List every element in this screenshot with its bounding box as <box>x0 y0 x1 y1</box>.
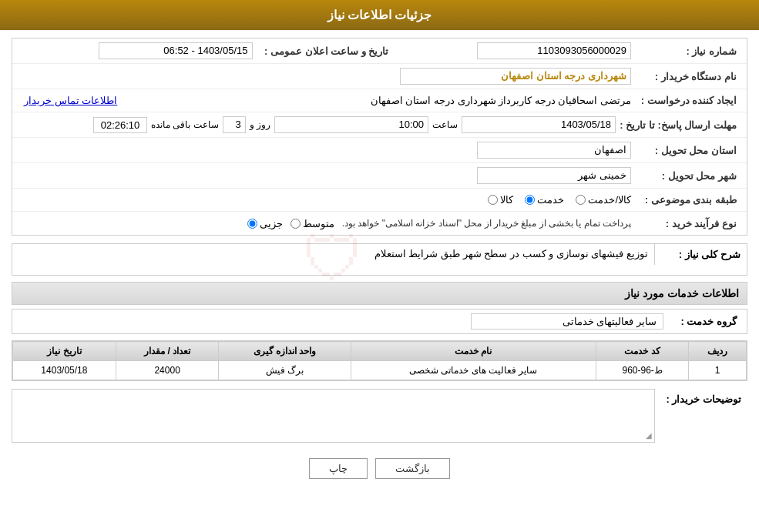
deadline-label: مهلت ارسال پاسخ: تا تاریخ : <box>620 119 743 131</box>
requester-value-cell: مرتضی اسحاقیان درجه کاربرداز شهرداری درج… <box>125 93 635 108</box>
col-header-date: تاریخ نیاز <box>13 342 116 361</box>
deadline-date-value: 1403/05/18 <box>462 116 616 133</box>
buyer-notes-box: ◢ <box>12 389 655 443</box>
col-header-code: کد خدمت <box>596 342 688 361</box>
services-table-container: ردیف کد خدمت نام خدمت واحد اندازه گیری ت… <box>12 340 747 381</box>
requester-row: ایجاد کننده درخواست : مرتضی اسحاقیان درج… <box>12 89 747 112</box>
page-wrapper: جزئیات اطلاعات نیاز شماره نیاز : 1103093… <box>0 0 759 532</box>
radio-kala-input[interactable] <box>488 195 498 205</box>
radio-kala-khadamat-label: کالا/خدمت <box>588 194 631 206</box>
notice-number-row: شماره نیاز : 1103093056000029 تاریخ و سا… <box>12 38 747 64</box>
city-label: شهر محل تحویل : <box>635 170 743 182</box>
org-name-value: شهرداری درجه استان اصفهان <box>400 68 631 85</box>
deadline-remaining: 02:26:10 <box>93 117 147 133</box>
radio-jozi: جزیی <box>247 218 283 229</box>
main-info-section: شماره نیاز : 1103093056000029 تاریخ و سا… <box>12 38 747 236</box>
table-row: 1ط-96-960سایر فعالیت های خدماتی شخصیبرگ … <box>13 361 747 380</box>
radio-kala-label: کالا <box>500 194 513 206</box>
radio-khadamat-input[interactable] <box>525 195 535 205</box>
radio-kala-khadamat-input[interactable] <box>576 195 586 205</box>
category-value-cell: کالا/خدمت خدمت کالا <box>16 192 635 207</box>
city-value-cell: خمینی شهر <box>16 166 635 186</box>
deadline-inline: 1403/05/18 ساعت 10:00 روز و 3 ساعت باقی … <box>20 116 616 133</box>
radio-motawaset-input[interactable] <box>291 219 301 229</box>
need-desc-section: شرح کلی نیاز : 🛡 توزیع فیشهای نوسازی و ک… <box>12 243 747 276</box>
buyer-notes-section: توضیحات خریدار : ◢ <box>12 389 747 443</box>
need-desc-value: توزیع فیشهای نوسازی و کسب در سطح شهر طبق… <box>374 248 648 259</box>
print-button[interactable]: چاپ <box>309 458 368 479</box>
col-header-qty: تعداد / مقدار <box>116 342 219 361</box>
radio-kala-khadamat: کالا/خدمت <box>576 194 631 206</box>
col-header-name: نام خدمت <box>351 342 596 361</box>
table-cell-unit: برگ فیش <box>219 361 351 380</box>
category-radio-group: کالا/خدمت خدمت کالا <box>20 194 631 206</box>
deadline-value-cell: 1403/05/18 ساعت 10:00 روز و 3 ساعت باقی … <box>16 115 620 135</box>
requester-label: ایجاد کننده درخواست : <box>635 95 743 106</box>
table-header-row: ردیف کد خدمت نام خدمت واحد اندازه گیری ت… <box>13 342 747 361</box>
page-header: جزئیات اطلاعات نیاز <box>0 0 759 30</box>
table-cell-date: 1403/05/18 <box>13 361 116 380</box>
deadline-row: مهلت ارسال پاسخ: تا تاریخ : 1403/05/18 س… <box>12 112 747 138</box>
back-button[interactable]: بازگشت <box>375 458 450 479</box>
province-label: استان محل تحویل : <box>635 145 743 156</box>
services-table: ردیف کد خدمت نام خدمت واحد اندازه گیری ت… <box>12 341 747 380</box>
service-group-label: گروه خدمت : <box>663 316 741 327</box>
service-group-row: گروه خدمت : سایر فعالیتهای خدماتی <box>12 309 747 334</box>
resize-handle: ◢ <box>646 431 652 440</box>
process-note: پرداخت تمام یا بخشی از مبلغ خریدار از مح… <box>342 218 631 229</box>
org-name-label: نام دستگاه خریدار : <box>635 71 743 82</box>
radio-motawaset: متوسط <box>291 218 334 229</box>
contact-link[interactable]: اطلاعات تماس خریدار <box>16 95 125 106</box>
table-cell-code: ط-96-960 <box>596 361 688 380</box>
deadline-day-label: روز و <box>250 119 270 130</box>
radio-jozi-label: جزیی <box>260 218 283 229</box>
province-row: استان محل تحویل : اصفهان <box>12 138 747 163</box>
notice-number-value: 1103093056000029 <box>477 42 631 59</box>
deadline-time-label: ساعت <box>432 119 458 130</box>
content-area: شماره نیاز : 1103093056000029 تاریخ و سا… <box>0 30 759 498</box>
requester-value: مرتضی اسحاقیان درجه کاربرداز شهرداری درج… <box>371 95 631 106</box>
table-cell-name: سایر فعالیت های خدماتی شخصی <box>351 361 596 380</box>
process-label: نوع فرآیند خرید : <box>635 218 743 229</box>
radio-khadamat-label: خدمت <box>537 194 564 206</box>
buyer-notes-label: توضیحات خریدار : <box>655 389 747 410</box>
radio-kala: کالا <box>488 194 513 206</box>
table-body: 1ط-96-960سایر فعالیت های خدماتی شخصیبرگ … <box>13 361 747 380</box>
province-value: اصفهان <box>477 142 631 159</box>
category-row: طبقه بندی موضوعی : کالا/خدمت خدمت کالا <box>12 189 747 212</box>
radio-motawaset-label: متوسط <box>303 218 334 229</box>
table-cell-row: 1 <box>689 361 747 380</box>
table-head: ردیف کد خدمت نام خدمت واحد اندازه گیری ت… <box>13 342 747 361</box>
buttons-row: بازگشت چاپ <box>12 450 747 490</box>
radio-jozi-input[interactable] <box>247 219 257 229</box>
category-label: طبقه بندی موضوعی : <box>635 194 743 206</box>
city-row: شهر محل تحویل : خمینی شهر <box>12 163 747 189</box>
radio-khadamat: خدمت <box>525 194 564 206</box>
col-header-row: ردیف <box>689 342 747 361</box>
col-header-unit: واحد اندازه گیری <box>219 342 351 361</box>
process-row: نوع فرآیند خرید : پرداخت تمام یا بخشی از… <box>12 212 747 235</box>
need-desc-value-cell: 🛡 توزیع فیشهای نوسازی و کسب در سطح شهر ط… <box>12 244 654 275</box>
page-title: جزئیات اطلاعات نیاز <box>327 8 432 22</box>
service-group-value: سایر فعالیتهای خدماتی <box>471 313 663 330</box>
notice-number-label: شماره نیاز : <box>635 45 743 57</box>
process-value-cell: پرداخت تمام یا بخشی از مبلغ خریدار از مح… <box>16 216 635 231</box>
announce-value: 1403/05/15 - 06:52 <box>99 42 253 59</box>
city-value: خمینی شهر <box>477 167 631 184</box>
org-name-row: نام دستگاه خریدار : شهرداری درجه استان ا… <box>12 64 747 89</box>
table-cell-quantity: 24000 <box>116 361 219 380</box>
deadline-time-value: 10:00 <box>274 116 428 133</box>
services-title: اطلاعات خدمات مورد نیاز <box>12 282 747 305</box>
announce-label: تاریخ و ساعت اعلان عمومی : <box>257 45 395 57</box>
org-name-value-cell: شهرداری درجه استان اصفهان <box>16 66 635 86</box>
deadline-remaining-label: ساعت باقی مانده <box>151 119 219 130</box>
deadline-days: 3 <box>223 116 246 133</box>
notice-number-value-cell: 1103093056000029 <box>395 41 636 61</box>
province-value-cell: اصفهان <box>16 140 635 160</box>
need-desc-label: شرح کلی نیاز : <box>654 244 747 265</box>
process-radio-group: پرداخت تمام یا بخشی از مبلغ خریدار از مح… <box>20 218 631 229</box>
announce-value-cell: 1403/05/15 - 06:52 <box>16 41 257 61</box>
